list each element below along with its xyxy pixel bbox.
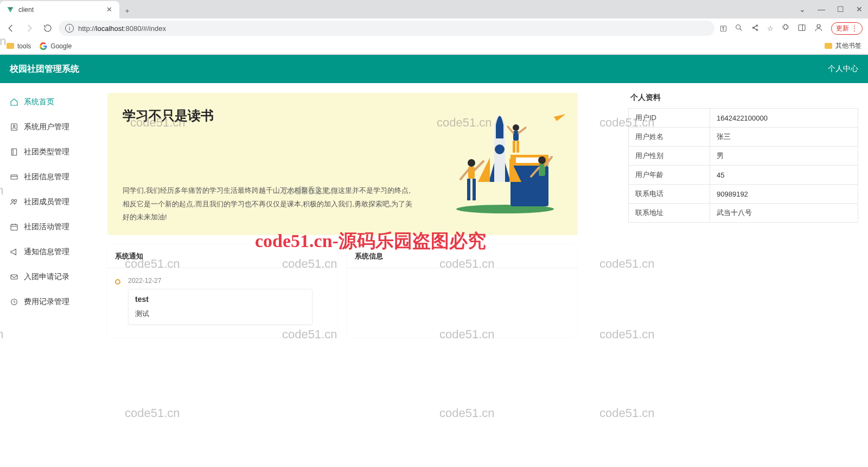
- profile-key: 联系地址: [629, 204, 710, 223]
- sidebar-item-label: 社团活动管理: [24, 222, 69, 232]
- zoom-icon[interactable]: [735, 23, 743, 34]
- vue-favicon-icon: [7, 6, 14, 14]
- bookmark-label: 其他书签: [835, 41, 861, 51]
- tab-close-icon[interactable]: ✕: [105, 6, 113, 14]
- sidebar-item-notice[interactable]: 通知信息管理: [0, 239, 98, 264]
- app-title: 校园社团管理系统: [10, 64, 79, 75]
- update-button[interactable]: 更新 ⋮: [831, 22, 863, 35]
- svg-rect-4: [799, 24, 805, 30]
- bookmark-other[interactable]: 其他书签: [825, 41, 861, 51]
- members-icon: [10, 198, 18, 206]
- panel-body: 2022-12-27 test 测试: [107, 268, 337, 333]
- sidebar-item-apply[interactable]: 入团申请记录: [0, 264, 98, 289]
- notice-card-title: test: [135, 295, 305, 304]
- forward-icon[interactable]: [24, 23, 35, 34]
- panel-title: 系统通知: [107, 245, 337, 268]
- profile-title: 个人资料: [628, 93, 858, 108]
- home-icon: [10, 98, 18, 106]
- sidebar-item-clubinfo[interactable]: 社团信息管理: [0, 165, 98, 190]
- sidebar-item-types[interactable]: 社团类型管理: [0, 140, 98, 165]
- profile-value: 武当十八号: [710, 204, 858, 223]
- url-rest: :8080/#/index: [124, 24, 166, 33]
- user-icon: [10, 123, 18, 131]
- url-prefix: http://: [78, 24, 96, 33]
- panel-notice: 系统通知 2022-12-27 test 测试: [107, 245, 337, 337]
- app-viewport: 系统首页 系统用户管理 社团类型管理 社团信息管理 社团成员管理 社团活动管理 …: [0, 83, 868, 467]
- bookmark-tools[interactable]: tools: [7, 42, 31, 50]
- sidebar-item-users[interactable]: 系统用户管理: [0, 115, 98, 140]
- tab-strip: client ✕ ＋ ⌄ — ☐ ✕: [0, 0, 868, 18]
- profile-value: 张三: [710, 128, 858, 147]
- svg-point-11: [15, 199, 17, 201]
- svg-point-28: [513, 124, 519, 131]
- star-icon[interactable]: ☆: [767, 24, 774, 33]
- profile-value: 45: [710, 166, 858, 185]
- notice-card[interactable]: test 测试: [128, 289, 312, 325]
- url-text: http://localhost:8080/#/index: [78, 24, 166, 33]
- profile-panel: 个人资料 用户ID1642422100000 用户姓名张三 用户性别男 用户年龄…: [628, 93, 858, 223]
- bookmark-google[interactable]: Google: [40, 42, 72, 50]
- close-icon[interactable]: ✕: [856, 5, 863, 14]
- table-row: 用户姓名张三: [629, 128, 858, 147]
- back-icon[interactable]: [5, 23, 16, 34]
- timeline-date: 2022-12-27: [128, 277, 330, 285]
- profile-table: 用户ID1642422100000 用户姓名张三 用户性别男 用户年龄45 联系…: [628, 108, 858, 223]
- profile-key: 用户ID: [629, 109, 710, 128]
- table-row: 联系电话90989192: [629, 185, 858, 204]
- svg-point-5: [817, 24, 820, 28]
- hero-description: 同学们,我们经历多年痛苦的学习生活最终跨越千山万水相聚在这里,但这里并不是学习的…: [123, 184, 413, 224]
- sidebar-item-activities[interactable]: 社团活动管理: [0, 214, 98, 239]
- extensions-icon[interactable]: [781, 23, 790, 34]
- browser-tab[interactable]: client ✕: [0, 1, 119, 18]
- sidebar-item-members[interactable]: 社团成员管理: [0, 190, 98, 214]
- megaphone-icon: [10, 248, 18, 256]
- side-panel-icon[interactable]: [797, 23, 806, 34]
- reload-icon[interactable]: [42, 23, 53, 34]
- svg-rect-9: [11, 175, 17, 179]
- url-host: localhost: [96, 24, 124, 33]
- key-icon[interactable]: ⚿: [720, 24, 727, 33]
- sidebar-item-home[interactable]: 系统首页: [0, 90, 98, 115]
- sidebar-item-label: 费用记录管理: [24, 297, 69, 307]
- app-header: 校园社团管理系统 个人中心: [0, 55, 868, 83]
- card-icon: [10, 173, 18, 181]
- maximize-icon[interactable]: ☐: [837, 5, 844, 14]
- minimize-icon[interactable]: —: [818, 5, 825, 14]
- svg-point-10: [11, 199, 14, 201]
- tab-title: client: [18, 6, 101, 14]
- panel-title: 系统信息: [347, 245, 577, 268]
- site-info-icon[interactable]: i: [65, 24, 74, 33]
- profile-icon[interactable]: [814, 23, 824, 34]
- user-menu[interactable]: 个人中心: [828, 64, 858, 74]
- share-icon[interactable]: [751, 23, 760, 34]
- dropdown-icon[interactable]: ⌄: [799, 5, 806, 14]
- nav-icons: [5, 23, 53, 34]
- svg-rect-22: [467, 179, 470, 200]
- table-row: 用户性别男: [629, 147, 858, 166]
- sidebar-item-label: 社团类型管理: [24, 147, 69, 157]
- panel-sysinfo: 系统信息: [347, 245, 577, 337]
- folder-icon: [7, 43, 14, 49]
- sidebar: 系统首页 系统用户管理 社团类型管理 社团信息管理 社团成员管理 社团活动管理 …: [0, 83, 98, 467]
- svg-point-0: [736, 24, 741, 29]
- address-row: i http://localhost:8080/#/index ⚿ ☆ 更新 ⋮: [0, 18, 868, 38]
- bookmarks-bar: tools Google 其他书签: [0, 38, 868, 54]
- new-tab-button[interactable]: ＋: [119, 3, 135, 18]
- svg-rect-27: [543, 176, 546, 200]
- address-bar[interactable]: i http://localhost:8080/#/index: [59, 21, 714, 36]
- sidebar-item-label: 社团信息管理: [24, 172, 69, 182]
- profile-key: 联系电话: [629, 185, 710, 204]
- sidebar-item-label: 系统用户管理: [24, 122, 69, 132]
- svg-point-19: [495, 144, 505, 154]
- svg-rect-31: [516, 141, 519, 153]
- update-label: 更新: [836, 24, 849, 33]
- bookmark-label: tools: [17, 42, 31, 50]
- browser-chrome: client ✕ ＋ ⌄ — ☐ ✕ i http://localhost:80…: [0, 0, 868, 55]
- profile-value: 男: [710, 147, 858, 166]
- window-controls: ⌄ — ☐ ✕: [794, 0, 868, 18]
- rocket-illustration: [440, 100, 570, 214]
- svg-rect-26: [538, 176, 541, 200]
- sidebar-item-fees[interactable]: 费用记录管理: [0, 289, 98, 314]
- panel-body: [347, 268, 577, 279]
- sidebar-item-label: 社团成员管理: [24, 197, 69, 207]
